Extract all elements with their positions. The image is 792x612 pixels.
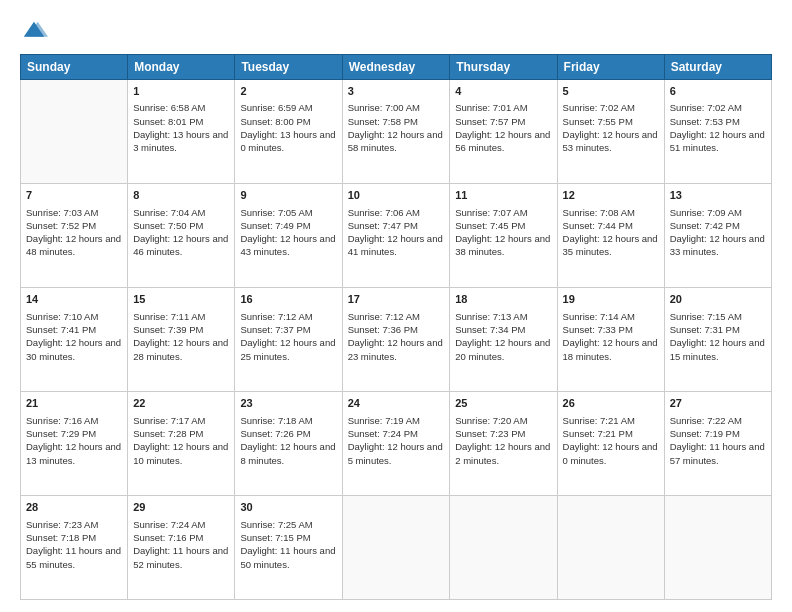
day-number: 9 — [240, 188, 336, 203]
calendar-cell: 27Sunrise: 7:22 AMSunset: 7:19 PMDayligh… — [664, 392, 771, 496]
sunrise-text: Sunrise: 7:22 AM — [670, 414, 766, 427]
cell-content: 13Sunrise: 7:09 AMSunset: 7:42 PMDayligh… — [670, 188, 766, 259]
calendar-cell: 5Sunrise: 7:02 AMSunset: 7:55 PMDaylight… — [557, 80, 664, 184]
day-number: 21 — [26, 396, 122, 411]
calendar-cell: 25Sunrise: 7:20 AMSunset: 7:23 PMDayligh… — [450, 392, 557, 496]
cell-content: 7Sunrise: 7:03 AMSunset: 7:52 PMDaylight… — [26, 188, 122, 259]
sunrise-text: Sunrise: 7:23 AM — [26, 518, 122, 531]
cell-content: 23Sunrise: 7:18 AMSunset: 7:26 PMDayligh… — [240, 396, 336, 467]
day-number: 3 — [348, 84, 445, 99]
sunset-text: Sunset: 7:28 PM — [133, 427, 229, 440]
day-header-monday: Monday — [128, 55, 235, 80]
sunset-text: Sunset: 7:47 PM — [348, 219, 445, 232]
calendar-cell — [342, 496, 450, 600]
sunrise-text: Sunrise: 6:59 AM — [240, 101, 336, 114]
calendar-cell: 17Sunrise: 7:12 AMSunset: 7:36 PMDayligh… — [342, 288, 450, 392]
cell-content: 16Sunrise: 7:12 AMSunset: 7:37 PMDayligh… — [240, 292, 336, 363]
daylight-text: Daylight: 12 hours and 10 minutes. — [133, 440, 229, 467]
sunset-text: Sunset: 7:42 PM — [670, 219, 766, 232]
cell-content: 15Sunrise: 7:11 AMSunset: 7:39 PMDayligh… — [133, 292, 229, 363]
day-number: 19 — [563, 292, 659, 307]
cell-content: 21Sunrise: 7:16 AMSunset: 7:29 PMDayligh… — [26, 396, 122, 467]
sunrise-text: Sunrise: 7:10 AM — [26, 310, 122, 323]
sunrise-text: Sunrise: 7:08 AM — [563, 206, 659, 219]
daylight-text: Daylight: 11 hours and 50 minutes. — [240, 544, 336, 571]
daylight-text: Daylight: 12 hours and 8 minutes. — [240, 440, 336, 467]
day-number: 23 — [240, 396, 336, 411]
cell-content: 22Sunrise: 7:17 AMSunset: 7:28 PMDayligh… — [133, 396, 229, 467]
sunset-text: Sunset: 7:39 PM — [133, 323, 229, 336]
cell-content: 14Sunrise: 7:10 AMSunset: 7:41 PMDayligh… — [26, 292, 122, 363]
daylight-text: Daylight: 12 hours and 41 minutes. — [348, 232, 445, 259]
sunrise-text: Sunrise: 7:18 AM — [240, 414, 336, 427]
calendar-cell — [557, 496, 664, 600]
day-number: 29 — [133, 500, 229, 515]
daylight-text: Daylight: 12 hours and 35 minutes. — [563, 232, 659, 259]
cell-content: 26Sunrise: 7:21 AMSunset: 7:21 PMDayligh… — [563, 396, 659, 467]
sunset-text: Sunset: 7:50 PM — [133, 219, 229, 232]
day-number: 10 — [348, 188, 445, 203]
sunrise-text: Sunrise: 7:07 AM — [455, 206, 551, 219]
day-header-thursday: Thursday — [450, 55, 557, 80]
daylight-text: Daylight: 12 hours and 56 minutes. — [455, 128, 551, 155]
sunrise-text: Sunrise: 7:13 AM — [455, 310, 551, 323]
day-number: 12 — [563, 188, 659, 203]
day-header-friday: Friday — [557, 55, 664, 80]
daylight-text: Daylight: 11 hours and 52 minutes. — [133, 544, 229, 571]
day-header-wednesday: Wednesday — [342, 55, 450, 80]
week-row-1: 1Sunrise: 6:58 AMSunset: 8:01 PMDaylight… — [21, 80, 772, 184]
cell-content: 20Sunrise: 7:15 AMSunset: 7:31 PMDayligh… — [670, 292, 766, 363]
sunrise-text: Sunrise: 7:02 AM — [563, 101, 659, 114]
day-number: 5 — [563, 84, 659, 99]
sunrise-text: Sunrise: 7:02 AM — [670, 101, 766, 114]
sunset-text: Sunset: 7:21 PM — [563, 427, 659, 440]
sunset-text: Sunset: 7:58 PM — [348, 115, 445, 128]
calendar-cell: 13Sunrise: 7:09 AMSunset: 7:42 PMDayligh… — [664, 184, 771, 288]
day-number: 17 — [348, 292, 445, 307]
sunrise-text: Sunrise: 7:14 AM — [563, 310, 659, 323]
cell-content: 4Sunrise: 7:01 AMSunset: 7:57 PMDaylight… — [455, 84, 551, 155]
day-number: 6 — [670, 84, 766, 99]
calendar-cell: 16Sunrise: 7:12 AMSunset: 7:37 PMDayligh… — [235, 288, 342, 392]
daylight-text: Daylight: 12 hours and 30 minutes. — [26, 336, 122, 363]
sunset-text: Sunset: 7:26 PM — [240, 427, 336, 440]
day-number: 14 — [26, 292, 122, 307]
daylight-text: Daylight: 12 hours and 46 minutes. — [133, 232, 229, 259]
week-row-5: 28Sunrise: 7:23 AMSunset: 7:18 PMDayligh… — [21, 496, 772, 600]
sunset-text: Sunset: 7:24 PM — [348, 427, 445, 440]
calendar-cell: 3Sunrise: 7:00 AMSunset: 7:58 PMDaylight… — [342, 80, 450, 184]
day-number: 2 — [240, 84, 336, 99]
daylight-text: Daylight: 12 hours and 43 minutes. — [240, 232, 336, 259]
cell-content: 2Sunrise: 6:59 AMSunset: 8:00 PMDaylight… — [240, 84, 336, 155]
day-number: 22 — [133, 396, 229, 411]
calendar-cell: 10Sunrise: 7:06 AMSunset: 7:47 PMDayligh… — [342, 184, 450, 288]
daylight-text: Daylight: 13 hours and 3 minutes. — [133, 128, 229, 155]
calendar-cell: 19Sunrise: 7:14 AMSunset: 7:33 PMDayligh… — [557, 288, 664, 392]
logo — [20, 18, 52, 46]
daylight-text: Daylight: 11 hours and 55 minutes. — [26, 544, 122, 571]
calendar-table: SundayMondayTuesdayWednesdayThursdayFrid… — [20, 54, 772, 600]
daylight-text: Daylight: 12 hours and 58 minutes. — [348, 128, 445, 155]
sunset-text: Sunset: 7:52 PM — [26, 219, 122, 232]
calendar-cell: 15Sunrise: 7:11 AMSunset: 7:39 PMDayligh… — [128, 288, 235, 392]
cell-content: 10Sunrise: 7:06 AMSunset: 7:47 PMDayligh… — [348, 188, 445, 259]
cell-content: 25Sunrise: 7:20 AMSunset: 7:23 PMDayligh… — [455, 396, 551, 467]
cell-content: 5Sunrise: 7:02 AMSunset: 7:55 PMDaylight… — [563, 84, 659, 155]
day-number: 4 — [455, 84, 551, 99]
cell-content: 30Sunrise: 7:25 AMSunset: 7:15 PMDayligh… — [240, 500, 336, 571]
sunrise-text: Sunrise: 7:04 AM — [133, 206, 229, 219]
sunset-text: Sunset: 7:18 PM — [26, 531, 122, 544]
cell-content: 27Sunrise: 7:22 AMSunset: 7:19 PMDayligh… — [670, 396, 766, 467]
daylight-text: Daylight: 12 hours and 33 minutes. — [670, 232, 766, 259]
cell-content: 11Sunrise: 7:07 AMSunset: 7:45 PMDayligh… — [455, 188, 551, 259]
sunrise-text: Sunrise: 7:21 AM — [563, 414, 659, 427]
calendar-cell: 2Sunrise: 6:59 AMSunset: 8:00 PMDaylight… — [235, 80, 342, 184]
sunset-text: Sunset: 7:49 PM — [240, 219, 336, 232]
sunset-text: Sunset: 7:33 PM — [563, 323, 659, 336]
week-row-2: 7Sunrise: 7:03 AMSunset: 7:52 PMDaylight… — [21, 184, 772, 288]
sunset-text: Sunset: 7:55 PM — [563, 115, 659, 128]
calendar-cell: 18Sunrise: 7:13 AMSunset: 7:34 PMDayligh… — [450, 288, 557, 392]
cell-content: 12Sunrise: 7:08 AMSunset: 7:44 PMDayligh… — [563, 188, 659, 259]
daylight-text: Daylight: 12 hours and 28 minutes. — [133, 336, 229, 363]
calendar-cell — [450, 496, 557, 600]
